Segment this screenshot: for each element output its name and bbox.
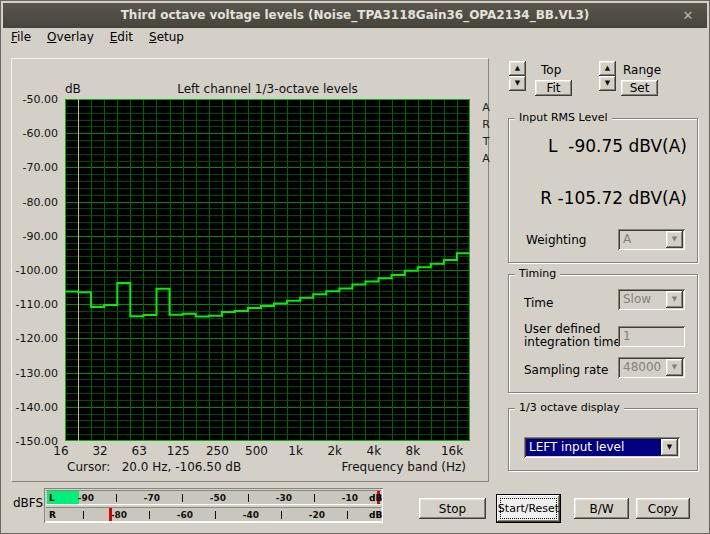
meter-channel-label: R xyxy=(49,510,56,520)
dbfs-label: dBFS xyxy=(13,496,43,510)
bw-button[interactable]: B/W xyxy=(574,498,629,519)
close-icon[interactable]: ✕ xyxy=(679,3,697,28)
meter-tick xyxy=(248,494,249,502)
y-tick-label: -110.00 xyxy=(12,298,58,311)
meter-peak-marker xyxy=(109,508,112,521)
sampling-rate-dropdown[interactable]: 48000 ▼ xyxy=(618,357,685,378)
x-axis-title: Frequency band (Hz) xyxy=(342,460,467,474)
menu-edit[interactable]: Edit xyxy=(102,28,141,46)
octave-display-selected: LEFT input level xyxy=(526,439,661,456)
y-tick-label: -80.00 xyxy=(12,196,58,209)
chart-panel: dB Left channel 1/3-octave levels -50.00… xyxy=(11,58,489,482)
integration-time-input[interactable]: 1 xyxy=(618,326,685,347)
app-window: Third octave voltage levels (Noise_TPA31… xyxy=(0,0,710,534)
meter-tick xyxy=(215,511,216,519)
sampling-rate-label: Sampling rate xyxy=(524,363,608,377)
chevron-down-icon: ▼ xyxy=(666,291,683,308)
chevron-down-icon: ▼ xyxy=(661,439,678,456)
y-tick-label: -90.00 xyxy=(12,230,58,243)
meter-channel-label: L xyxy=(49,493,55,503)
y-tick-label: -50.00 xyxy=(12,93,58,106)
plot-title: Left channel 1/3-octave levels xyxy=(65,82,470,96)
x-tick-label: 125 xyxy=(167,444,190,458)
spectrum-plot[interactable] xyxy=(65,99,470,441)
cursor-readout: Cursor: 20.0 Hz, -106.50 dB xyxy=(67,460,241,474)
meter-scale-label: -20 xyxy=(309,510,325,520)
right-rms-value: R -105.72 dBV(A) xyxy=(507,188,687,208)
integration-label-1: User defined xyxy=(524,322,600,336)
meter-tick xyxy=(149,511,150,519)
copy-button[interactable]: Copy xyxy=(636,498,690,519)
top-label: Top xyxy=(541,63,561,77)
down-arrow-icon: ▼ xyxy=(515,79,520,87)
y-tick-label: -150.00 xyxy=(12,435,58,448)
meter-tick xyxy=(182,494,183,502)
menu-file[interactable]: File xyxy=(3,28,39,46)
time-value: Slow xyxy=(620,291,666,308)
x-tick-label: 1k xyxy=(288,444,303,458)
meter-scale-label: -80 xyxy=(111,510,127,520)
range-up-button[interactable]: ▲ xyxy=(599,61,616,76)
x-tick-label: 32 xyxy=(92,444,107,458)
range-label: Range xyxy=(623,63,661,77)
left-rms-value: L -90.75 dBV(A) xyxy=(507,136,687,156)
timing-group-label: Timing xyxy=(515,267,560,280)
y-tick-label: -120.00 xyxy=(12,332,58,345)
menu-overlay[interactable]: Overlay xyxy=(39,28,102,46)
meter-tick xyxy=(83,511,84,519)
octave-display-group: 1/3 octave display LEFT input level ▼ xyxy=(508,408,698,471)
octave-display-dropdown[interactable]: LEFT input level ▼ xyxy=(524,437,680,458)
level-meter: L-90-70-50-30-10dBR-80-60-40-20dB xyxy=(44,488,383,523)
top-spinner: ▲ ▼ xyxy=(509,61,526,91)
chevron-down-icon: ▼ xyxy=(666,359,683,376)
x-tick-label: 4k xyxy=(367,444,382,458)
meter-scale-label: -60 xyxy=(177,510,193,520)
x-tick-label: 16k xyxy=(441,444,463,458)
meter-tick xyxy=(116,494,117,502)
time-dropdown[interactable]: Slow ▼ xyxy=(618,289,685,310)
meter-scale-label: -70 xyxy=(144,493,160,503)
set-button[interactable]: Set xyxy=(621,80,658,96)
x-tick-label: 63 xyxy=(132,444,147,458)
meter-scale-label: -40 xyxy=(243,510,259,520)
stop-button[interactable]: Stop xyxy=(419,498,486,519)
x-tick-label: 500 xyxy=(245,444,268,458)
y-tick-label: -140.00 xyxy=(12,401,58,414)
meter-scale-label: -10 xyxy=(342,493,358,503)
top-down-button[interactable]: ▼ xyxy=(509,76,526,91)
meter-row-l: L-90-70-50-30-10dB xyxy=(46,490,381,505)
y-tick-label: -60.00 xyxy=(12,127,58,140)
weighting-label: Weighting xyxy=(526,233,586,247)
weighting-dropdown[interactable]: A ▼ xyxy=(618,229,685,250)
meter-unit-label: dB xyxy=(369,510,382,520)
meter-tick xyxy=(314,494,315,502)
chevron-down-icon: ▼ xyxy=(666,231,683,248)
title-bar: Third octave voltage levels (Noise_TPA31… xyxy=(3,3,707,28)
x-tick-label: 8k xyxy=(406,444,421,458)
menu-setup[interactable]: Setup xyxy=(141,28,192,46)
meter-scale-label: -30 xyxy=(276,493,292,503)
meter-scale-label: -50 xyxy=(210,493,226,503)
sampling-rate-value: 48000 xyxy=(620,359,666,376)
input-rms-group-label: Input RMS Level xyxy=(515,111,612,124)
x-tick-label: 2k xyxy=(327,444,342,458)
y-tick-label: -100.00 xyxy=(12,264,58,277)
top-up-button[interactable]: ▲ xyxy=(509,61,526,76)
x-tick-label: 250 xyxy=(206,444,229,458)
menu-bar: FileOverlayEditSetup xyxy=(3,28,707,47)
start-reset-button[interactable]: Start/Reset xyxy=(497,495,560,522)
x-tick-label: 16 xyxy=(53,444,68,458)
range-down-button[interactable]: ▼ xyxy=(599,76,616,91)
up-arrow-icon: ▲ xyxy=(605,64,610,72)
meter-unit-label: dB xyxy=(369,493,382,503)
meter-tick xyxy=(347,511,348,519)
up-arrow-icon: ▲ xyxy=(515,64,520,72)
range-spinner: ▲ ▼ xyxy=(599,61,616,91)
meter-tick xyxy=(281,511,282,519)
fit-button[interactable]: Fit xyxy=(535,80,572,96)
weighting-value: A xyxy=(620,231,666,248)
meter-row-r: R-80-60-40-20dB xyxy=(46,507,381,522)
time-label: Time xyxy=(524,296,553,310)
integration-time-value: 1 xyxy=(620,328,683,345)
window-title: Third octave voltage levels (Noise_TPA31… xyxy=(121,8,590,22)
